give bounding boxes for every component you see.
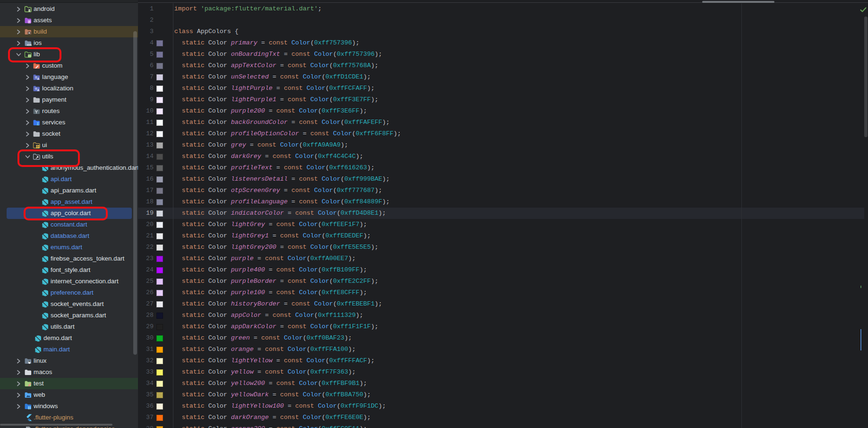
svg-text:A: A xyxy=(37,88,39,92)
svg-text:A: A xyxy=(37,77,39,80)
svg-text:Σ: Σ xyxy=(37,122,39,126)
svg-text:iOS: iOS xyxy=(27,44,32,46)
